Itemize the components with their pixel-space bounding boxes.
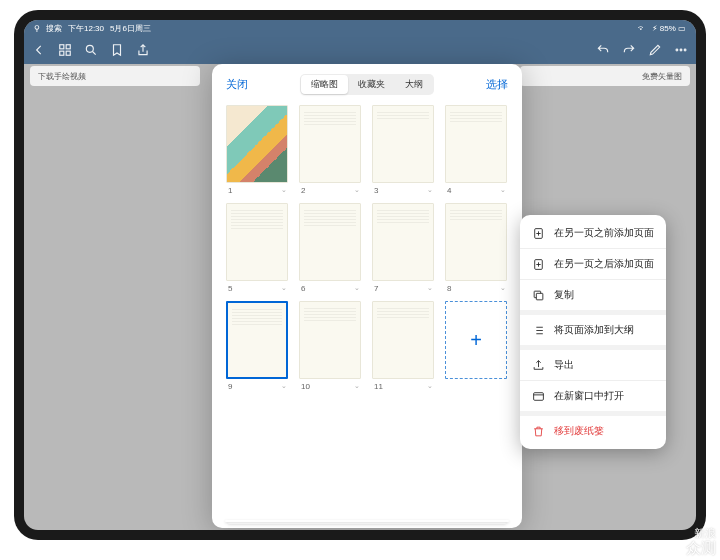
redo-icon[interactable] [622,43,636,57]
chevron-down-icon[interactable]: ⌄ [500,284,506,293]
chevron-down-icon[interactable]: ⌄ [354,284,360,293]
svg-rect-0 [60,45,64,49]
chevron-down-icon[interactable]: ⌄ [354,382,360,391]
pages-grid: 1⌄ 2⌄ 3⌄ 4⌄ 5⌄ 6⌄ 7⌄ 8⌄ 9⌄ 10⌄ 11⌄ + [226,105,508,391]
back-icon[interactable] [32,43,46,57]
ctx-add-before[interactable]: 在另一页之前添加页面 [520,219,666,247]
context-menu: 在另一页之前添加页面 在另一页之后添加页面 复制 将页面添加到大纲 导出 在新窗… [520,215,666,449]
page-thumb[interactable] [372,203,434,281]
wifi-icon: ᯤ [638,24,646,33]
status-search: 搜索 [46,23,62,34]
page-thumb[interactable] [372,105,434,183]
svg-rect-1 [66,45,70,49]
ctx-copy[interactable]: 复制 [520,281,666,309]
share-icon[interactable] [136,43,150,57]
search-icon: ⚲ [34,24,40,33]
page-thumb[interactable] [445,105,507,183]
page-thumb[interactable] [445,203,507,281]
page-thumb[interactable] [372,301,434,379]
search-icon[interactable] [84,43,98,57]
tab-outline[interactable]: 大纲 [395,75,433,94]
svg-point-4 [86,45,93,52]
ctx-trash[interactable]: 移到废纸篓 [520,417,666,445]
status-bar: ⚲ 搜索 下午12:30 5月6日周三 ᯤ ⚡︎ 85% ▭ [24,20,696,36]
svg-rect-2 [60,51,64,55]
page-thumb[interactable] [299,105,361,183]
ctx-outline[interactable]: 将页面添加到大纲 [520,316,666,344]
ctx-export[interactable]: 导出 [520,351,666,379]
chevron-down-icon[interactable]: ⌄ [427,186,433,195]
screen: ⚲ 搜索 下午12:30 5月6日周三 ᯤ ⚡︎ 85% ▭ 下载手绘视频 免费… [24,20,696,530]
page-num: 7 [374,284,378,293]
page-thumb[interactable] [226,105,288,183]
svg-rect-10 [536,293,543,300]
page-thumb-selected[interactable] [226,301,288,379]
chevron-down-icon[interactable]: ⌄ [354,186,360,195]
page-num: 8 [447,284,451,293]
chevron-down-icon[interactable]: ⌄ [281,186,287,195]
copy-icon [532,289,545,302]
svg-rect-3 [66,51,70,55]
pen-icon[interactable] [648,43,662,57]
list-icon [532,324,545,337]
watermark: 新浪众测 [686,527,716,556]
status-date: 5月6日周三 [110,23,151,34]
more-icon[interactable] [674,43,688,57]
status-time: 下午12:30 [68,23,104,34]
page-num: 6 [301,284,305,293]
chevron-down-icon[interactable]: ⌄ [427,382,433,391]
svg-point-5 [676,49,678,51]
add-page-icon [532,258,545,271]
close-button[interactable]: 关闭 [226,77,248,92]
page-num: 3 [374,186,378,195]
chevron-down-icon[interactable]: ⌄ [427,284,433,293]
page-num: 10 [301,382,310,391]
tab-favorites[interactable]: 收藏夹 [348,75,395,94]
add-page-icon [532,227,545,240]
svg-rect-11 [534,392,544,400]
grid-icon[interactable] [58,43,72,57]
page-thumb[interactable] [299,203,361,281]
ctx-newwin[interactable]: 在新窗口中打开 [520,382,666,410]
bookmark-icon[interactable] [110,43,124,57]
page-num: 1 [228,186,232,195]
export-icon [532,359,545,372]
battery-pct: ⚡︎ 85% ▭ [652,24,686,33]
tab-thumbnails[interactable]: 缩略图 [301,75,348,94]
chevron-down-icon[interactable]: ⌄ [281,284,287,293]
page-num: 2 [301,186,305,195]
page-num: 5 [228,284,232,293]
select-button[interactable]: 选择 [486,77,508,92]
svg-point-7 [684,49,686,51]
bg-panel-left: 下载手绘视频 [30,66,200,86]
ipad-frame: ⚲ 搜索 下午12:30 5月6日周三 ᯤ ⚡︎ 85% ▭ 下载手绘视频 免费… [14,10,706,540]
page-thumb[interactable] [226,203,288,281]
bg-panel-right: 免费矢量图 [520,66,690,86]
app-toolbar [24,36,696,64]
page-thumb[interactable] [299,301,361,379]
view-segmented[interactable]: 缩略图 收藏夹 大纲 [300,74,434,95]
page-num: 9 [228,382,232,391]
add-page-button[interactable]: + [445,301,507,379]
ctx-add-after[interactable]: 在另一页之后添加页面 [520,250,666,278]
undo-icon[interactable] [596,43,610,57]
page-num: 11 [374,382,383,391]
chevron-down-icon[interactable]: ⌄ [500,186,506,195]
svg-point-6 [680,49,682,51]
chevron-down-icon[interactable]: ⌄ [281,382,287,391]
trash-icon [532,425,545,438]
page-stack [222,518,512,524]
thumbnails-modal: 关闭 缩略图 收藏夹 大纲 选择 1⌄ 2⌄ 3⌄ 4⌄ 5⌄ 6⌄ 7⌄ 8⌄… [212,64,522,528]
page-num: 4 [447,186,451,195]
window-icon [532,390,545,403]
